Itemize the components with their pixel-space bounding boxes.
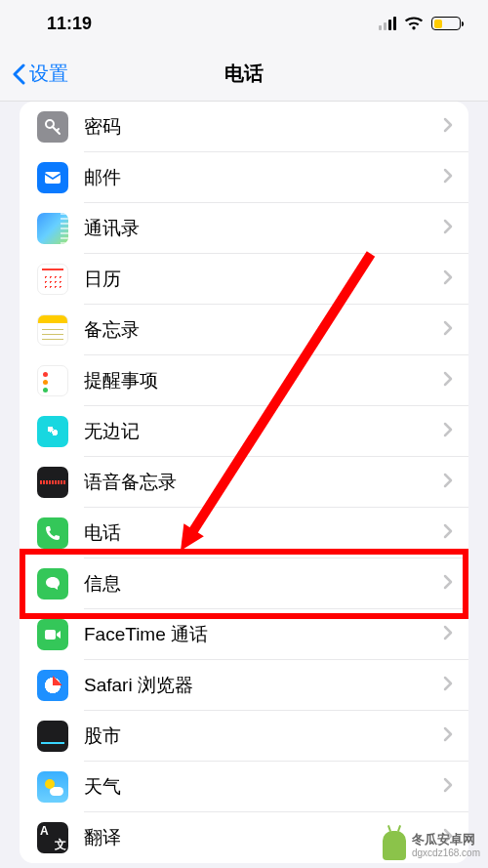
chevron-right-icon xyxy=(443,523,468,543)
settings-row-safari[interactable]: Safari 浏览器 xyxy=(20,660,468,711)
settings-row-calendar[interactable]: 日历 xyxy=(20,254,468,305)
status-icons xyxy=(379,17,461,30)
settings-row-label: 无边记 xyxy=(68,419,443,444)
watermark-name: 冬瓜安卓网 xyxy=(412,832,475,847)
chevron-right-icon xyxy=(443,371,468,391)
notes-icon xyxy=(37,314,68,346)
settings-row-freeform[interactable]: 无边记 xyxy=(20,406,468,457)
chevron-right-icon xyxy=(443,473,468,492)
reminders-icon xyxy=(37,365,68,396)
settings-list: 密码邮件通讯录日历备忘录提醒事项无边记语音备忘录电话信息FaceTime 通话S… xyxy=(20,102,468,863)
page-title: 电话 xyxy=(224,61,264,87)
back-label: 设置 xyxy=(29,61,68,87)
settings-row-contacts[interactable]: 通讯录 xyxy=(20,203,468,254)
settings-row-label: 天气 xyxy=(68,774,443,800)
android-robot-icon xyxy=(383,831,406,860)
settings-row-voice-memos[interactable]: 语音备忘录 xyxy=(20,457,468,508)
svg-rect-1 xyxy=(45,172,61,184)
chevron-right-icon xyxy=(443,625,468,644)
settings-row-label: FaceTime 通话 xyxy=(68,622,443,647)
settings-row-label: Safari 浏览器 xyxy=(68,673,443,698)
weather-icon xyxy=(37,771,68,803)
watermark: 冬瓜安卓网 dgxcdz168.com xyxy=(383,831,480,860)
settings-row-messages[interactable]: 信息 xyxy=(20,558,468,609)
watermark-url: dgxcdz168.com xyxy=(412,847,480,858)
mail-icon xyxy=(37,162,68,193)
key-icon xyxy=(37,111,68,143)
chevron-right-icon xyxy=(443,117,468,137)
chevron-right-icon xyxy=(443,320,468,340)
settings-row-phone[interactable]: 电话 xyxy=(20,508,468,558)
stocks-icon xyxy=(37,721,68,752)
status-time: 11:19 xyxy=(47,14,92,34)
translate-icon xyxy=(37,822,68,853)
status-bar: 11:19 xyxy=(0,0,488,47)
voice-memos-icon xyxy=(37,467,68,498)
settings-row-mail[interactable]: 邮件 xyxy=(20,152,468,203)
chevron-right-icon xyxy=(443,574,468,594)
settings-row-label: 通讯录 xyxy=(68,216,443,241)
chevron-right-icon xyxy=(443,726,468,746)
settings-row-label: 备忘录 xyxy=(68,317,443,343)
freeform-icon xyxy=(37,416,68,447)
settings-row-key[interactable]: 密码 xyxy=(20,102,468,152)
settings-row-facetime[interactable]: FaceTime 通话 xyxy=(20,609,468,660)
svg-rect-2 xyxy=(45,630,56,640)
chevron-right-icon xyxy=(443,422,468,441)
settings-row-label: 语音备忘录 xyxy=(68,470,443,495)
facetime-icon xyxy=(37,619,68,650)
settings-row-weather[interactable]: 天气 xyxy=(20,762,468,812)
settings-row-label: 提醒事项 xyxy=(68,368,443,393)
settings-row-reminders[interactable]: 提醒事项 xyxy=(20,355,468,406)
settings-row-label: 电话 xyxy=(68,520,443,546)
chevron-right-icon xyxy=(443,168,468,187)
settings-row-label: 日历 xyxy=(68,267,443,292)
messages-icon xyxy=(37,568,68,599)
settings-row-stocks[interactable]: 股市 xyxy=(20,711,468,762)
settings-row-notes[interactable]: 备忘录 xyxy=(20,305,468,355)
settings-row-label: 信息 xyxy=(68,571,443,597)
phone-icon xyxy=(37,517,68,549)
settings-row-label: 股市 xyxy=(68,723,443,749)
chevron-right-icon xyxy=(443,269,468,289)
chevron-right-icon xyxy=(443,777,468,797)
chevron-right-icon xyxy=(443,219,468,238)
back-button[interactable]: 设置 xyxy=(12,47,68,101)
cellular-signal-icon xyxy=(379,17,396,30)
wifi-icon xyxy=(404,17,424,30)
battery-icon xyxy=(431,17,461,30)
contacts-icon xyxy=(37,213,68,244)
settings-row-label: 邮件 xyxy=(68,165,443,190)
chevron-right-icon xyxy=(443,676,468,695)
chevron-left-icon xyxy=(12,63,25,85)
calendar-icon xyxy=(37,264,68,295)
nav-bar: 设置 电话 xyxy=(0,47,488,102)
safari-icon xyxy=(37,670,68,701)
settings-row-label: 密码 xyxy=(68,114,443,140)
